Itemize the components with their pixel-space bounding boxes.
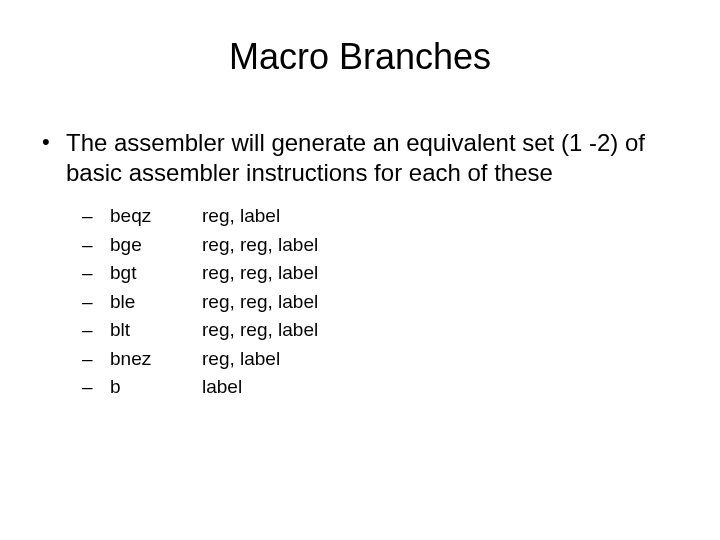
list-item: – bgt reg, reg, label xyxy=(82,259,690,288)
instruction-mnemonic: b xyxy=(110,373,202,402)
instruction-mnemonic: blt xyxy=(110,316,202,345)
instruction-mnemonic: bnez xyxy=(110,345,202,374)
dash-icon: – xyxy=(82,345,110,374)
instruction-args: reg, reg, label xyxy=(202,288,690,317)
instruction-args: label xyxy=(202,373,690,402)
instruction-mnemonic: ble xyxy=(110,288,202,317)
dash-icon: – xyxy=(82,231,110,260)
dash-icon: – xyxy=(82,259,110,288)
main-bullet: • The assembler will generate an equival… xyxy=(40,128,690,188)
list-item: – bnez reg, label xyxy=(82,345,690,374)
list-item: – beqz reg, label xyxy=(82,202,690,231)
slide-content: • The assembler will generate an equival… xyxy=(30,128,690,402)
instruction-mnemonic: bge xyxy=(110,231,202,260)
list-item: – bge reg, reg, label xyxy=(82,231,690,260)
instruction-mnemonic: bgt xyxy=(110,259,202,288)
dash-icon: – xyxy=(82,288,110,317)
instruction-args: reg, reg, label xyxy=(202,231,690,260)
dash-icon: – xyxy=(82,202,110,231)
instruction-mnemonic: beqz xyxy=(110,202,202,231)
dash-icon: – xyxy=(82,316,110,345)
dash-icon: – xyxy=(82,373,110,402)
list-item: – ble reg, reg, label xyxy=(82,288,690,317)
instruction-args: reg, reg, label xyxy=(202,259,690,288)
list-item: – blt reg, reg, label xyxy=(82,316,690,345)
bullet-icon: • xyxy=(40,128,66,157)
list-item: – b label xyxy=(82,373,690,402)
instruction-args: reg, reg, label xyxy=(202,316,690,345)
slide-title: Macro Branches xyxy=(30,36,690,78)
instruction-list: – beqz reg, label – bge reg, reg, label … xyxy=(40,202,690,402)
instruction-args: reg, label xyxy=(202,202,690,231)
main-bullet-text: The assembler will generate an equivalen… xyxy=(66,128,690,188)
instruction-args: reg, label xyxy=(202,345,690,374)
